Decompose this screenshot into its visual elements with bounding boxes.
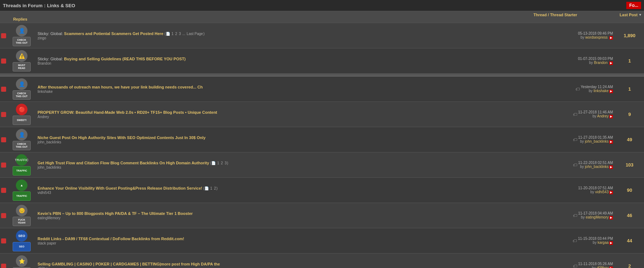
- page-link-3[interactable]: 3: [179, 32, 181, 36]
- tag-icon: 🏷: [573, 213, 577, 218]
- forum-name: Links & SEO: [47, 3, 75, 8]
- status-col: [0, 213, 7, 218]
- replies-col: 46: [615, 212, 644, 219]
- thread-content: Enhance Your Online Visibility With Gues…: [36, 185, 536, 195]
- page-link-2[interactable]: 2: [175, 32, 177, 36]
- user-link[interactable]: eatingMemory: [586, 215, 609, 219]
- replies-col: 1,890: [615, 32, 644, 39]
- table-row: ▲TRAFFIC Enhance Your Online Visibility …: [0, 178, 644, 203]
- badge: CHECKTHIS OUT: [13, 141, 31, 150]
- tag-icon: 🏷: [573, 264, 577, 268]
- table-row: ⚠️ MUSTREAD Sticky: Global: Buying and S…: [0, 48, 644, 74]
- table-row: TRAFFICTRAFFIC Get High Trust Flow and C…: [0, 152, 644, 178]
- thread-title-link[interactable]: After thousands of outreach man hours, w…: [38, 85, 203, 89]
- last-post-col: 🏷 Yesterday 11:24 AMby linkshake▶: [536, 84, 615, 94]
- replies-col: 44: [615, 237, 644, 244]
- replies-col: 1: [615, 86, 644, 92]
- last-post-user-link[interactable]: wordsexpress: [585, 35, 608, 39]
- thread-starter: john_backlinks: [38, 140, 534, 144]
- last-post-col: 🏷 11-22-2018 02:51 AMby john_backlinks▶: [536, 160, 615, 170]
- last-post-user-link[interactable]: Brandon: [594, 61, 608, 65]
- table-row: SEOSEO Reddit Links - DA99 / TF68 Contex…: [0, 228, 644, 254]
- last-post-col: 05-13-2018 09:46 PM by wordsexpress ▶: [536, 31, 615, 40]
- status-indicator: [1, 163, 6, 168]
- status-indicator: [1, 137, 6, 142]
- last-post-col: 🏷 11-27-2018 01:35 AMby john_backlinks▶: [536, 135, 615, 144]
- thread-icon: 😊: [16, 205, 27, 216]
- icon-col: 👤CHECKTHIS OUT: [7, 78, 36, 100]
- icon-col: 🔴SWEET!: [7, 103, 36, 126]
- thread-title-link[interactable]: Enhance Your Online Visibility With Gues…: [38, 186, 202, 190]
- thread-title-link[interactable]: Get High Trust Flow and Citation Flow Bl…: [38, 161, 209, 165]
- status-col: [0, 87, 7, 92]
- thread-starter-sort-link[interactable]: Thread Starter: [550, 13, 577, 17]
- last-page-link[interactable]: Last Page: [187, 32, 203, 36]
- user-link[interactable]: linkshake: [593, 89, 609, 93]
- status-indicator: [1, 238, 6, 243]
- status-col: [0, 264, 7, 268]
- status-indicator: [1, 59, 6, 64]
- icon-col: 😊FUCKYEAH!: [7, 204, 36, 227]
- last-post-col: 11-20-2018 07:51 AMby vidhi543▶: [536, 185, 615, 195]
- replies-count: 1: [628, 58, 631, 64]
- thread-icon: 👤: [16, 129, 27, 141]
- last-post-sort-link[interactable]: Last Post: [620, 13, 638, 17]
- thread-title-link[interactable]: PROPERTY GROW: Beautiful Hand-Made Web 2…: [38, 110, 217, 114]
- status-col: [0, 238, 7, 243]
- replies-col: 49: [615, 136, 644, 143]
- page-link-1[interactable]: 1: [172, 32, 174, 36]
- thread-title-link[interactable]: Reddit Links - DA99 / TF68 Contextual / …: [38, 237, 184, 241]
- icon-col: TRAFFICTRAFFIC: [7, 154, 36, 176]
- header-last-post-col: Last Post ▼: [613, 13, 642, 17]
- table-header: Thread / Thread Starter Last Post ▼ Repl…: [0, 11, 644, 23]
- user-link[interactable]: john_backlinks: [585, 165, 609, 169]
- title-separator: :: [44, 3, 46, 8]
- sort-arrow: ▼: [639, 13, 642, 17]
- status-indicator: [1, 112, 6, 117]
- thread-icon: 👤: [16, 78, 27, 90]
- thread-title-link[interactable]: Niche Guest Post On High Authority Sites…: [38, 135, 206, 140]
- thread-starter: eatingMemory: [38, 216, 534, 220]
- user-link[interactable]: vidhi543: [595, 190, 609, 194]
- page-icon: 📄: [166, 32, 170, 36]
- user-link[interactable]: john_backlinks: [585, 139, 609, 143]
- thread-icon: TRAFFIC: [16, 154, 27, 166]
- thread-title-link[interactable]: Buying and Selling Guidelines (READ THIS…: [64, 57, 186, 61]
- top-bar: Threads in Forum : Links & SEO Fo...: [0, 0, 644, 11]
- forum-button[interactable]: Fo...: [626, 2, 641, 9]
- status-indicator: [1, 264, 6, 268]
- last-post-col: 🏷 11-17-2018 04:49 AMby eatingMemory▶: [536, 211, 615, 220]
- user-link[interactable]: kargaa: [597, 241, 609, 245]
- header-thread-col: Thread / Thread Starter: [533, 13, 613, 17]
- thread-title-link[interactable]: Kevin's PBN – Up to 800 Blogposts High P…: [38, 211, 193, 216]
- thread-content: Niche Guest Post On High Authority Sites…: [36, 135, 536, 145]
- thread-content: PROPERTY GROW: Beautiful Hand-Made Web 2…: [36, 109, 536, 120]
- thread-sort-link[interactable]: Thread: [533, 13, 547, 17]
- section-divider: [0, 74, 644, 77]
- thread-content: Sticky: Global: Buying and Selling Guide…: [36, 56, 536, 66]
- icon-col: ⚠️ MUSTREAD: [7, 49, 36, 72]
- thread-starter: linkshake: [38, 90, 534, 94]
- badge-checkthisout: CHECKTHIS OUT: [13, 37, 31, 46]
- thread-title-link[interactable]: Selling GAMBLING | CASINO | POKER | CARD…: [38, 262, 220, 266]
- status-indicator: [1, 33, 6, 38]
- go-icon: ▶: [609, 36, 613, 40]
- status-indicator: [1, 188, 6, 193]
- thread-icon: SEO: [16, 230, 27, 242]
- last-post-col: 🏷 11-11-2018 05:26 AMby d09boy▶: [536, 261, 615, 268]
- replies-col: 2: [615, 263, 644, 268]
- thread-title-link[interactable]: Scammers and Potiental Scammers Get Post…: [64, 31, 163, 36]
- status-indicator: [1, 213, 6, 218]
- tag-icon: 🏷: [573, 112, 577, 117]
- user-link[interactable]: Andrey: [597, 114, 609, 118]
- thread-content: After thousands of outreach man hours, w…: [36, 84, 536, 94]
- thread-icon: 🔴: [16, 104, 27, 115]
- table-row: 👤CHECKTHIS OUT After thousands of outrea…: [0, 77, 644, 102]
- status-col: [0, 33, 7, 38]
- last-post-date: 01-07-2015 09:03 PM: [578, 57, 613, 61]
- thread-starter: john_backlinks: [38, 165, 534, 169]
- status-col: [0, 188, 7, 193]
- thread-starter: Brandon: [38, 61, 534, 65]
- thread-content: Selling GAMBLING | CASINO | POKER | CARD…: [36, 261, 536, 268]
- user-link[interactable]: d09boy: [597, 266, 609, 268]
